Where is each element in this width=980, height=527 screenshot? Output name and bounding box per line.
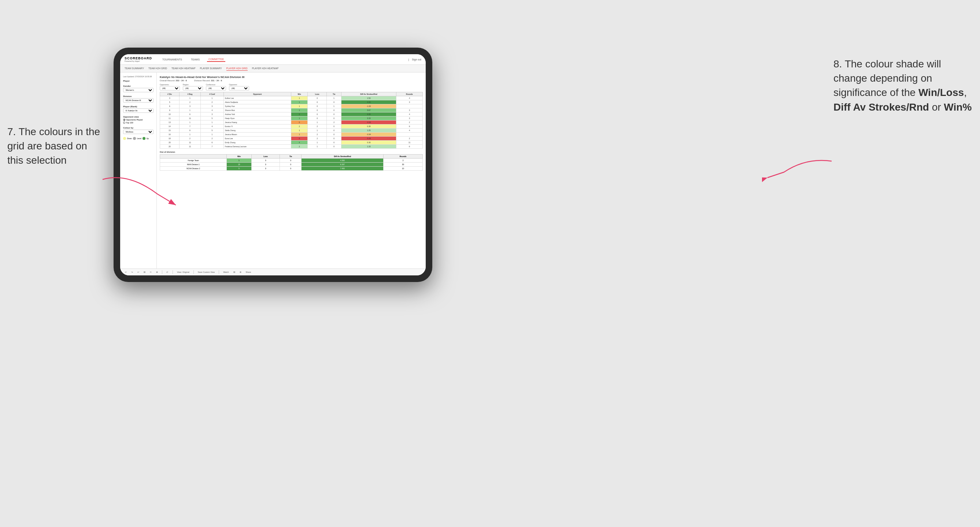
sub-nav-player-h2h-heatmap[interactable]: PLAYER H2H HEATMAP — [252, 66, 279, 71]
sidebar-radio-group: Opponents Played Top 100 — [123, 119, 153, 124]
toolbar-btn8[interactable]: ⊕ — [239, 271, 242, 273]
toolbar-redo1[interactable]: ↪ — [130, 271, 134, 273]
cell-win: 1 — [291, 100, 307, 105]
sidebar-gender-label: Gender — [123, 85, 153, 87]
cell-opponent: Sydney Kuo — [224, 105, 291, 108]
ood-cell-win: 1 — [227, 159, 251, 163]
ood-cell-rounds: 10 — [383, 167, 423, 171]
toolbar-btn6[interactable]: ⊕ — [155, 271, 159, 273]
nav-tournaments[interactable]: TOURNAMENTS — [161, 57, 183, 62]
filter-opponents: Opponents: (All) — [160, 84, 180, 90]
cell-div: 13 — [160, 121, 180, 124]
cell-tie: 0 — [327, 133, 342, 137]
grid-records: Overall Record: 353 - 34 - 6 Division Re… — [160, 79, 423, 82]
cell-loss: 2 — [308, 137, 327, 141]
cell-opponent: Sharon Mun — [224, 108, 291, 113]
table-row: 18 2 2 Euna Lee 0 2 0 -5.00 2 — [160, 137, 423, 141]
sub-nav-team-h2h-heatmap[interactable]: TEAM H2H HEATMAP — [172, 66, 196, 71]
cell-loss: 1 — [308, 121, 327, 124]
sub-nav-team-summary[interactable]: TEAM SUMMARY — [124, 66, 144, 71]
toolbar-save-custom[interactable]: Save Custom View — [197, 271, 216, 273]
toolbar-share[interactable]: Share — [245, 271, 253, 273]
sub-nav-team-h2h-grid[interactable]: TEAM H2H GRID — [148, 66, 167, 71]
radio-opponents-played[interactable]: Opponents Played — [123, 119, 153, 121]
nav-teams[interactable]: TEAMS — [189, 57, 201, 62]
sidebar-player-rank-select[interactable]: 8. Katelyn Vo — [123, 108, 153, 113]
cell-loss: 2 — [308, 124, 327, 129]
cell-reg: 1 — [180, 121, 201, 124]
cell-diff: 4.00 — [342, 113, 396, 116]
cell-conf: 4 — [200, 108, 223, 113]
cell-tie: 0 — [327, 113, 342, 116]
cell-win: 2 — [291, 124, 307, 129]
radio-top-100-dot — [123, 122, 125, 124]
ood-cell-diff: 9.267 — [302, 163, 383, 167]
cell-loss: 1 — [308, 144, 327, 149]
cell-div: 20 — [160, 141, 180, 144]
cell-div: 5 — [160, 100, 180, 105]
cell-conf: 1 — [200, 96, 223, 100]
cell-div: 18 — [160, 137, 180, 141]
sidebar-division-select[interactable]: NCAA Division III — [123, 98, 153, 103]
cell-reg: 11 — [180, 116, 201, 121]
sidebar-colour-by-label: Colour by — [123, 127, 153, 129]
th-div: # Div — [160, 92, 180, 96]
cell-tie: 0 — [327, 141, 342, 144]
tablet-screen: SCOREBOARD Powered by clippd TOURNAMENTS… — [120, 54, 426, 275]
toolbar-btn7[interactable]: ⊞ — [232, 271, 236, 273]
cell-rounds: 2 — [396, 137, 423, 141]
cell-opponent: Federica Domecq Lacroze — [224, 144, 291, 149]
cell-diff: 0.30 — [342, 141, 396, 144]
cell-rounds: 9 — [396, 124, 423, 129]
toolbar-btn4[interactable]: ⊞ — [143, 271, 146, 273]
cell-opponent: Jessica Huang — [224, 121, 291, 124]
grid-content: Katelyn Vo Head-to-Head Grid for Women's… — [157, 73, 426, 268]
toolbar-watch[interactable]: Watch — [222, 271, 230, 273]
cell-reg: 11 — [180, 144, 201, 149]
toolbar-undo2[interactable]: ↩ — [136, 271, 140, 273]
cell-conf: 1 — [200, 121, 223, 124]
radio-top-100-label: Top 100 — [126, 122, 134, 124]
radio-top-100[interactable]: Top 100 — [123, 122, 153, 124]
ood-th-win: Win — [227, 154, 251, 159]
cell-div: 20 — [160, 144, 180, 149]
ood-th-diff: Diff Av Strokes/Rnd — [302, 154, 383, 159]
sub-nav-player-summary[interactable]: PLAYER SUMMARY — [200, 66, 222, 71]
toolbar-sep4 — [219, 270, 219, 274]
filter-opponents-select[interactable]: (All) — [160, 86, 180, 90]
filter-opponent-label: Opponent — [229, 84, 249, 86]
cell-rounds: 4 — [396, 96, 423, 100]
filter-opponent-select[interactable]: (All) — [229, 86, 249, 90]
legend-level-label: Level — [137, 137, 142, 140]
cell-div: 6 — [160, 105, 180, 108]
annotation-left-text: 7. The colours in the grid are based on … — [7, 126, 100, 166]
top-nav: SCOREBOARD Powered by clippd TOURNAMENTS… — [120, 54, 426, 65]
toolbar-undo[interactable]: ↩ — [124, 271, 128, 273]
sidebar-gender-select[interactable]: Women's — [123, 88, 153, 92]
arrow-right — [762, 154, 835, 187]
toolbar-btn5[interactable]: ✂ — [149, 271, 153, 273]
cell-loss: 0 — [308, 116, 327, 121]
filter-region-select[interactable]: (All) — [183, 86, 203, 90]
sidebar-player-rank-label: Player (Rank) — [123, 105, 153, 108]
nav-committee[interactable]: COMMITTEE — [207, 57, 225, 62]
toolbar-clock[interactable]: ⏱ — [165, 271, 170, 273]
filter-conference-select[interactable]: (All) — [206, 86, 226, 90]
filter-region: Region (All) — [183, 84, 203, 90]
sign-out-link[interactable]: Sign out — [412, 58, 421, 61]
cell-win: 1 — [291, 116, 307, 121]
cell-loss: 0 — [308, 96, 327, 100]
sidebar-division-label: Division — [123, 95, 153, 97]
cell-opponent: Emily Chang — [224, 141, 291, 144]
sidebar-colour-by-select[interactable]: Win/loss — [123, 130, 153, 134]
data-table: # Div # Reg # Conf Opponent Win Loss Tie… — [160, 92, 423, 149]
cell-tie: 0 — [327, 137, 342, 141]
ood-cell-diff: 4.500 — [302, 159, 383, 163]
cell-tie: 0 — [327, 108, 342, 113]
toolbar-view-original[interactable]: View: Original — [176, 271, 191, 273]
sub-nav-player-h2h-grid[interactable]: PLAYER H2H GRID — [226, 66, 248, 71]
cell-win: 4 — [291, 141, 307, 144]
cell-tie: 1 — [327, 105, 342, 108]
division-record-label: Division Record: 331 - 34 - 6 — [194, 79, 222, 82]
ood-th-tie: Tie — [280, 154, 302, 159]
